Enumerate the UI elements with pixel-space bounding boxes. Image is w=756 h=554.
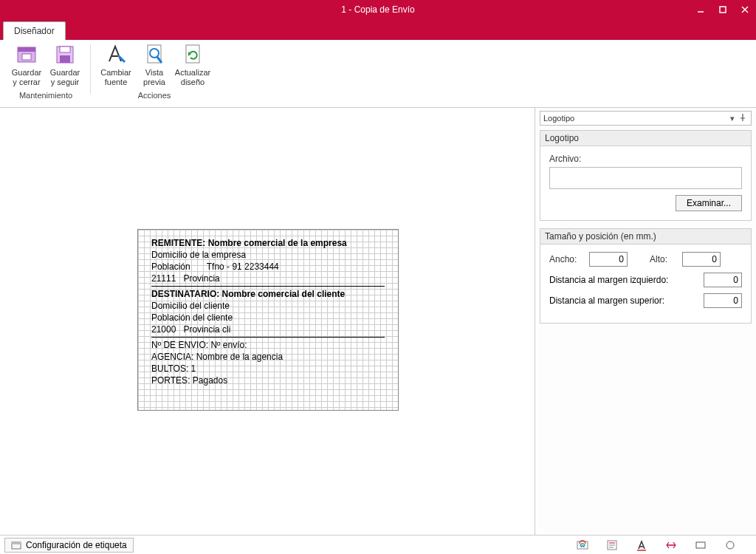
n-envio-label: Nº DE ENVIO: — [151, 340, 208, 350]
panel-selector[interactable]: Logotipo ▾ — [540, 111, 752, 126]
bultos-label: BULTOS: — [151, 363, 188, 374]
remitente-tfno: Tfno - 91 2233444 — [207, 261, 279, 273]
group-label-acciones: Acciones — [97, 89, 212, 101]
destinatario-domicilio: Domicilio del cliente — [151, 300, 385, 312]
ancho-input[interactable] — [589, 252, 628, 267]
status-rect-icon[interactable] — [694, 538, 707, 552]
dist-izq-input[interactable] — [704, 273, 742, 287]
status-bar: Configuración de etiqueta — [0, 535, 756, 554]
portes-label: PORTES: — [151, 375, 190, 386]
alto-label: Alto: — [650, 254, 682, 264]
archivo-input[interactable] — [549, 167, 742, 189]
tamano-title: Tamaño y posición (en mm.) — [540, 229, 751, 244]
agencia-value: Nombre de la agencia — [196, 352, 283, 362]
main-area: REMITENTE: Nombre comercial de la empres… — [0, 108, 756, 535]
chevron-down-icon[interactable]: ▾ — [727, 114, 738, 123]
refresh-design-button[interactable]: Actualizar diseño — [173, 41, 212, 89]
svg-rect-9 — [60, 55, 70, 63]
n-envio-value: Nº envío: — [210, 340, 247, 350]
fieldset-tamano: Tamaño y posición (en mm.) Ancho: Alto: … — [540, 228, 752, 324]
ribbon-group-acciones: Cambiar fuente Vista previa Actualizar d… — [92, 41, 216, 107]
remitente-poblacion: Población — [151, 261, 190, 272]
svg-rect-18 — [577, 541, 588, 549]
canvas-area[interactable]: REMITENTE: Nombre comercial de la empres… — [0, 108, 535, 535]
logotipo-title: Logotipo — [540, 131, 751, 146]
fieldset-logotipo: Logotipo Archivo: Examinar... — [540, 130, 752, 221]
destinatario-value: Nombre comercial del cliente — [222, 289, 346, 299]
tab-strip: Diseñador — [0, 19, 756, 40]
status-label-icon[interactable] — [605, 538, 619, 552]
remitente-label: REMITENTE: — [151, 238, 205, 248]
maximize-button[interactable] — [712, 0, 734, 19]
save-continue-icon — [53, 43, 77, 66]
status-text-icon[interactable] — [635, 538, 648, 552]
window-controls — [690, 0, 756, 19]
refresh-design-label: Actualizar diseño — [175, 68, 210, 89]
config-etiqueta-button[interactable]: Configuración de etiqueta — [4, 538, 134, 553]
change-font-button[interactable]: Cambiar fuente — [97, 41, 135, 89]
destinatario-label: DESTINATARIO: — [151, 289, 219, 299]
label-content: REMITENTE: Nombre comercial de la empres… — [151, 237, 385, 386]
destinatario-poblacion: Población del cliente — [151, 312, 385, 324]
window-title: 1 - Copia de Envío — [341, 4, 414, 15]
config-etiqueta-label: Configuración de etiqueta — [26, 540, 127, 550]
save-close-label: Guardar y cerrar — [10, 68, 43, 89]
remitente-provincia: Provincia — [183, 273, 219, 284]
title-bar: 1 - Copia de Envío — [0, 0, 756, 19]
close-button[interactable] — [734, 0, 756, 19]
divider-2 — [151, 337, 385, 338]
svg-rect-17 — [12, 542, 21, 544]
save-continue-button[interactable]: Guardar y seguir — [46, 41, 84, 89]
svg-point-31 — [726, 541, 734, 549]
status-circle-icon[interactable] — [724, 538, 737, 552]
change-font-label: Cambiar fuente — [100, 68, 132, 89]
ribbon-group-mantenimiento: Guardar y cerrar Guardar y seguir Manten… — [3, 41, 89, 107]
remitente-value: Nombre comercial de la empresa — [208, 238, 347, 248]
svg-rect-1 — [720, 7, 726, 13]
dist-izq-label: Distancia al margen izquierdo: — [549, 275, 704, 285]
dist-sup-input[interactable] — [704, 293, 742, 308]
refresh-design-icon — [181, 43, 205, 66]
remitente-domicilio: Domicilio de la empresa — [151, 249, 385, 261]
preview-icon — [142, 43, 166, 66]
svg-rect-8 — [60, 47, 70, 52]
svg-rect-30 — [696, 542, 705, 548]
svg-rect-6 — [22, 54, 31, 60]
ancho-label: Ancho: — [549, 254, 589, 264]
ribbon-separator — [90, 44, 91, 94]
ribbon: Guardar y cerrar Guardar y seguir Manten… — [0, 40, 756, 108]
group-label-mantenimiento: Mantenimiento — [7, 89, 84, 101]
svg-rect-5 — [18, 47, 35, 52]
status-line-icon[interactable] — [664, 538, 678, 552]
status-tool-icons — [576, 538, 752, 552]
portes-value: Pagados — [193, 375, 227, 386]
preview-label: Vista previa — [138, 68, 171, 89]
properties-panel: Logotipo ▾ Logotipo Archivo: Examinar...… — [535, 108, 756, 535]
remitente-cp: 21111 — [151, 273, 176, 284]
save-continue-label: Guardar y seguir — [49, 68, 81, 89]
divider-1 — [151, 286, 385, 287]
destinatario-provincia: Provincia cli — [183, 324, 230, 335]
alto-input[interactable] — [682, 252, 721, 267]
dist-sup-label: Distancia al margen superior: — [549, 295, 704, 306]
label-preview[interactable]: REMITENTE: Nombre comercial de la empres… — [137, 229, 399, 411]
config-etiqueta-icon — [11, 540, 21, 550]
examinar-button[interactable]: Examinar... — [676, 195, 742, 211]
save-close-icon — [15, 43, 38, 66]
minimize-button[interactable] — [690, 0, 712, 19]
archivo-label: Archivo: — [549, 154, 742, 164]
save-close-button[interactable]: Guardar y cerrar — [7, 41, 46, 89]
panel-selector-value: Logotipo — [543, 114, 574, 123]
agencia-label: AGENCIA: — [151, 352, 193, 362]
bultos-value: 1 — [191, 363, 196, 374]
change-font-icon — [104, 43, 128, 66]
preview-button[interactable]: Vista previa — [135, 41, 173, 89]
pin-icon[interactable] — [738, 114, 748, 123]
status-image-icon[interactable] — [576, 538, 589, 552]
destinatario-cp: 21000 — [151, 324, 176, 335]
tab-designer[interactable]: Diseñador — [3, 21, 66, 40]
